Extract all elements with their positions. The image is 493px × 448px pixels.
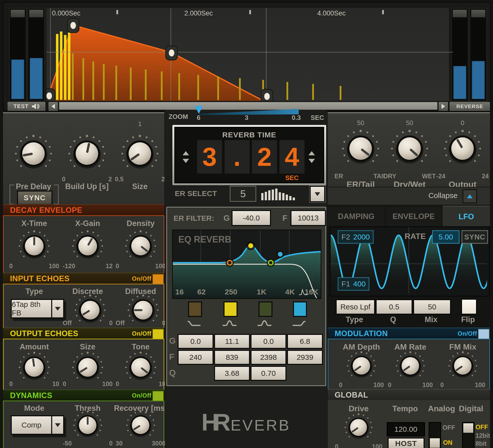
input-type-value: 6Tap 8th FB [12, 300, 51, 317]
lfo-sync-button[interactable]: SYNC [462, 230, 488, 244]
band3-gain[interactable]: 0.0 [250, 334, 286, 349]
buildup-knob[interactable] [64, 131, 109, 177]
host-button[interactable]: HOST [388, 438, 425, 448]
min-label: Off [116, 319, 125, 327]
lfo-f1-box[interactable]: F1 400 [338, 277, 369, 291]
drywet-knob[interactable] [387, 126, 432, 172]
band4-color-swatch[interactable] [293, 301, 307, 317]
max-label: 12 [106, 262, 113, 270]
ertail-knob[interactable] [338, 126, 383, 172]
reverb-time-spinner-left[interactable] [183, 151, 189, 163]
band2-q[interactable]: 3.68 [214, 366, 250, 381]
lfo-filter-type-value[interactable]: Reso Lpf [336, 299, 375, 315]
time-tick [249, 10, 251, 14]
reverb-time-digit[interactable]: 4 [279, 140, 304, 174]
tab-envelope[interactable]: ENVELOPE [386, 207, 442, 226]
band4-freq[interactable]: 2939 [287, 350, 323, 365]
ertail-value: 50 [333, 119, 388, 127]
envelope-peak-handle[interactable] [67, 18, 79, 33]
tempo-display[interactable]: 120.00 [387, 422, 425, 437]
dynamics-onoff-led[interactable] [152, 391, 164, 401]
bell-filter-icon[interactable] [222, 319, 237, 327]
er-select-dropdown-button[interactable] [310, 186, 325, 202]
output-knob[interactable] [440, 126, 485, 172]
band4-gain[interactable]: 6.8 [287, 334, 323, 349]
size-knob[interactable] [117, 131, 162, 177]
band2-color-swatch[interactable] [224, 301, 238, 317]
xgain-knob[interactable] [69, 227, 106, 266]
bracket-left [9, 185, 14, 205]
output-onoff-led[interactable] [152, 329, 164, 339]
rate-value-box[interactable]: 5.00 [432, 230, 460, 244]
fmmix-knob[interactable] [445, 348, 480, 384]
band1-freq[interactable]: 240 [178, 350, 214, 365]
reverb-time-digit[interactable]: 2 [252, 140, 277, 174]
modulation-onoff-led[interactable] [478, 329, 490, 339]
lfo-display[interactable]: F2 2000 RATE 5.00 SYNC F1 400 [330, 226, 490, 297]
lfo-filter-q-value[interactable]: 0.5 [376, 299, 413, 315]
band3-freq[interactable]: 2398 [250, 350, 286, 365]
collapse-row: Collapse [328, 187, 490, 205]
max-label: 100 [475, 381, 485, 389]
density-knob[interactable] [122, 227, 159, 266]
digital-label: Digital [444, 404, 493, 413]
xtime-label: X-Time [7, 219, 62, 228]
reverb-envelope-graph[interactable]: 0.000Sec 2.000Sec 4.000Sec [46, 8, 453, 101]
input-onoff-led[interactable] [152, 274, 164, 284]
flip-toggle[interactable] [461, 299, 477, 315]
size-top-label: 1 [112, 120, 167, 128]
min-label: 0 [335, 443, 338, 448]
amdepth-knob[interactable] [344, 348, 379, 384]
collapse-button[interactable] [463, 189, 477, 203]
thresh-knob[interactable] [70, 408, 105, 444]
high-shelf-icon[interactable] [291, 319, 306, 327]
low-shelf-icon[interactable] [187, 319, 202, 327]
envelope-end-handle[interactable] [261, 89, 273, 101]
xtime-knob[interactable] [15, 227, 53, 266]
max-label: 100 [155, 262, 166, 270]
band2-gain[interactable]: 11.1 [214, 334, 250, 349]
max-label: 2 [161, 176, 165, 183]
reverb-time-spinner-right[interactable] [308, 151, 315, 163]
reverb-time-inner: REVERB TIME 3 . 2 4 SEC [174, 127, 324, 183]
tab-lfo[interactable]: LFO [443, 206, 490, 227]
amrate-knob[interactable] [393, 348, 428, 384]
band3-color-swatch[interactable] [258, 301, 272, 317]
band1-gain[interactable]: 0.0 [178, 334, 214, 349]
digital-slider[interactable] [462, 422, 475, 448]
drive-knob[interactable] [342, 411, 375, 445]
max-label: 100 [372, 443, 382, 448]
lfo-filter-mix-value[interactable]: 50 [413, 299, 451, 315]
input-type-dropdown[interactable]: 6Tap 8th FB [11, 299, 64, 318]
lfo-sync-label: SYNC [464, 233, 486, 241]
envelope-mid-handle[interactable] [165, 45, 178, 60]
band2-freq[interactable]: 839 [214, 350, 250, 365]
lfo-f2-box[interactable]: F2 2000 [338, 230, 374, 244]
output-value: 0 [435, 119, 490, 127]
predelay-sync-button[interactable]: SYNC [17, 191, 52, 205]
tab-damping[interactable]: DAMPING [328, 207, 385, 226]
recovery-knob[interactable] [123, 408, 158, 444]
band1-color-swatch[interactable] [188, 301, 202, 317]
min-label: 0 [62, 176, 65, 183]
zoom-slider-track[interactable] [199, 107, 299, 115]
reverb-time-digit[interactable]: 3 [197, 140, 222, 174]
digital-slider-handle[interactable] [463, 423, 474, 433]
reverb-time-display[interactable]: REVERB TIME 3 . 2 4 SEC [172, 124, 327, 186]
freq-label-16: 16 [175, 288, 184, 296]
er-filter-g-label: G [224, 214, 230, 223]
freq-label-1k: 1K [257, 288, 266, 296]
dynamics-section: Mode Thresh Recovery [ms] Comp -500 3030… [3, 401, 164, 448]
er-filter-g-value[interactable]: -40.0 [232, 210, 271, 226]
er-select-value[interactable]: 5 [230, 186, 256, 202]
band3-q[interactable]: 0.70 [250, 366, 286, 381]
dynamics-mode-dropdown[interactable]: Comp [11, 415, 64, 435]
er-filter-f-value[interactable]: 10013 [290, 210, 326, 226]
analog-slider[interactable] [429, 422, 441, 448]
reverb-time-dot[interactable]: . [225, 140, 249, 174]
eq-reverb-graph[interactable]: EQ REVERB 16 62 250 1K 4K 16K [172, 229, 321, 299]
envelope-start-handle[interactable] [46, 88, 55, 101]
analog-slider-handle[interactable] [429, 438, 440, 448]
predelay-knob[interactable] [11, 131, 56, 177]
bell-filter-icon[interactable] [257, 319, 272, 327]
